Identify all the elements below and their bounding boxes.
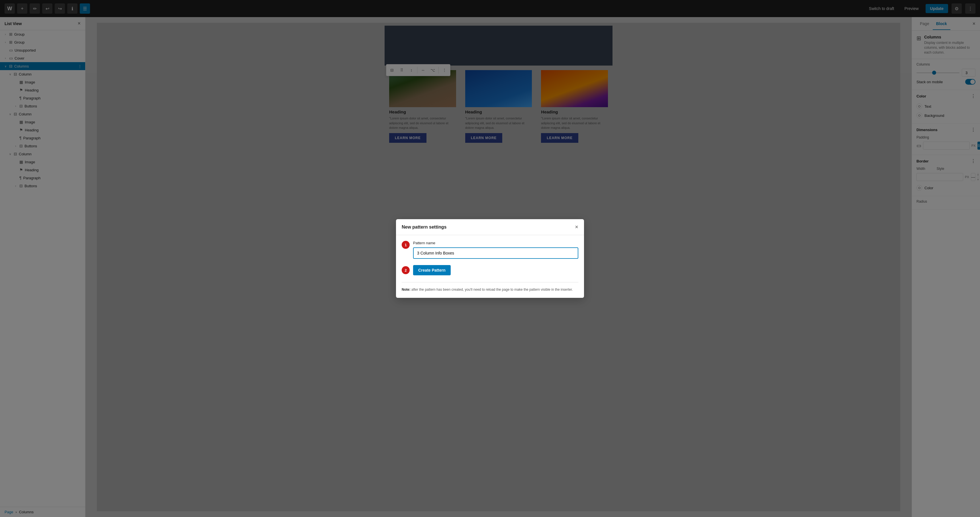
modal-body: 1 Pattern name 2 Create Pattern Note: af…: [396, 235, 584, 298]
modal-header: New pattern settings ×: [396, 219, 584, 235]
pattern-name-input[interactable]: [413, 247, 578, 259]
modal-overlay[interactable]: New pattern settings × 1 Pattern name 2 …: [0, 0, 980, 517]
step-2-badge: 2: [402, 266, 410, 274]
modal-close-button[interactable]: ×: [575, 224, 578, 230]
modal-title: New pattern settings: [402, 225, 446, 230]
new-pattern-modal: New pattern settings × 1 Pattern name 2 …: [396, 219, 584, 298]
step-1-badge: 1: [402, 241, 410, 249]
pattern-name-label: Pattern name: [413, 241, 578, 245]
create-pattern-button[interactable]: Create Pattern: [413, 265, 451, 275]
modal-note: Note: after the pattern has been created…: [402, 282, 578, 292]
